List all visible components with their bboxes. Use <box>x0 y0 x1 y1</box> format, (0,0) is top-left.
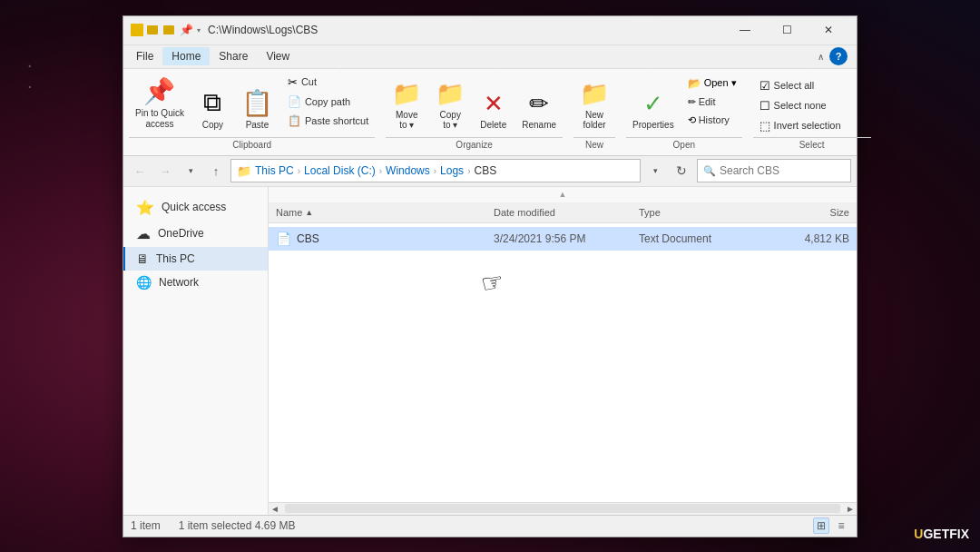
breadcrumb-local-disk[interactable]: Local Disk (C:) <box>304 164 376 177</box>
sidebar-item-network[interactable]: 🌐 Network <box>123 271 268 294</box>
delete-button[interactable]: ✕ Delete <box>473 73 514 134</box>
rename-icon: ✏ <box>529 90 549 118</box>
column-name[interactable]: Name ▲ <box>276 207 494 218</box>
rename-label: Rename <box>522 120 556 130</box>
edit-button[interactable]: ✏ Edit <box>682 94 742 111</box>
copy-path-label: Copy path <box>305 96 350 107</box>
breadcrumb-arrow-2: › <box>379 166 382 176</box>
edit-label: Edit <box>699 96 716 107</box>
new-folder-button[interactable]: 📁 Newfolder <box>573 73 615 134</box>
clipboard-content: 📌 Pin to Quickaccess ⧉ Copy 📋 Paste ✂ Cu… <box>129 73 375 135</box>
sidebar: ⭐ Quick access ☁ OneDrive 🖥 This PC 🌐 Ne… <box>123 187 269 515</box>
sidebar-item-onedrive[interactable]: ☁ OneDrive <box>123 221 268 247</box>
watermark-u: U <box>914 527 923 541</box>
invert-selection-button[interactable]: ⬚ Invert selection <box>753 116 871 135</box>
ribbon-group-open: ✓ Properties 📂 Open ▾ ✏ Edit ⟲ History <box>626 73 742 150</box>
onedrive-label: OneDrive <box>158 227 204 240</box>
forward-button[interactable]: → <box>154 160 176 182</box>
sidebar-item-this-pc[interactable]: 🖥 This PC <box>123 247 268 271</box>
invert-icon: ⬚ <box>760 119 770 133</box>
maximize-button[interactable]: ☐ <box>766 15 808 44</box>
open-button[interactable]: 📂 Open ▾ <box>682 74 742 93</box>
back-button[interactable]: ← <box>129 160 151 182</box>
title-bar: 📌 ▾ C:\Windows\Logs\CBS — ☐ ✕ <box>123 16 857 45</box>
history-button[interactable]: ⟲ History <box>682 112 742 129</box>
breadcrumb-this-pc[interactable]: This PC <box>255 164 294 177</box>
clipboard-label: Clipboard <box>129 137 375 150</box>
breadcrumb-cbs: CBS <box>474 164 496 177</box>
move-to-button[interactable]: 📁 Moveto ▾ <box>386 73 427 134</box>
sort-indicator-row: ▲ <box>269 187 857 203</box>
scrollbar-track[interactable] <box>285 504 840 513</box>
quick-access-label: Quick access <box>162 201 226 213</box>
status-bar: 1 item 1 item selected 4.69 MB ⊞ ≡ <box>123 515 857 537</box>
scroll-right-arrow[interactable]: ► <box>844 504 857 514</box>
new-folder-label: Newfolder <box>583 110 606 130</box>
menu-file[interactable]: File <box>127 47 162 65</box>
pin-icon: 📌 <box>180 24 193 36</box>
paste-shortcut-button[interactable]: 📋 Paste shortcut <box>281 112 375 130</box>
search-input[interactable] <box>720 164 828 177</box>
open-icon-small: 📂 <box>688 77 701 90</box>
rename-button[interactable]: ✏ Rename <box>515 73 563 134</box>
grid-view-button[interactable]: ⊞ <box>813 518 829 534</box>
breadcrumb-bar: 📁 This PC › Local Disk (C:) › Windows › … <box>230 159 641 182</box>
menu-home[interactable]: Home <box>162 47 210 65</box>
close-button[interactable]: ✕ <box>808 15 849 44</box>
help-button[interactable]: ? <box>829 47 848 65</box>
select-none-button[interactable]: ☐ Select none <box>753 96 871 115</box>
minimize-button[interactable]: — <box>724 15 766 44</box>
search-bar[interactable]: 🔍 <box>697 159 851 182</box>
properties-icon: ✓ <box>643 90 663 118</box>
paste-icon-large: 📋 <box>241 88 273 118</box>
file-row-cbs[interactable]: 📄 CBS 3/24/2021 9:56 PM Text Document 4,… <box>269 227 857 251</box>
pin-to-quick-access-button[interactable]: 📌 Pin to Quickaccess <box>129 73 191 134</box>
select-content: ☑ Select all ☐ Select none ⬚ Invert sele… <box>753 73 871 135</box>
column-type[interactable]: Type <box>639 207 748 218</box>
refresh-button[interactable]: ↻ <box>670 159 693 182</box>
recent-locations-button[interactable]: ▾ <box>180 160 201 182</box>
organize-content: 📁 Moveto ▾ 📁 Copyto ▾ ✕ Delete ✏ Rename <box>386 73 563 135</box>
up-button[interactable]: ↑ <box>205 160 227 182</box>
search-icon: 🔍 <box>703 165 716 177</box>
menu-view[interactable]: View <box>257 47 299 65</box>
history-icon: ⟲ <box>688 114 696 126</box>
ribbon-group-clipboard: 📌 Pin to Quickaccess ⧉ Copy 📋 Paste ✂ Cu… <box>129 73 375 150</box>
ribbon-group-organize: 📁 Moveto ▾ 📁 Copyto ▾ ✕ Delete ✏ Rename … <box>386 73 563 150</box>
folder-icon-small2 <box>163 25 174 34</box>
file-name-text: CBS <box>297 232 319 245</box>
column-date[interactable]: Date modified <box>494 207 639 218</box>
new-label: New <box>573 137 615 150</box>
address-bar: ← → ▾ ↑ 📁 This PC › Local Disk (C:) › Wi… <box>123 156 857 187</box>
file-area: ▲ Name ▲ Date modified Type Size 📄 CBS <box>269 187 857 515</box>
copy-label: Copy <box>202 120 223 130</box>
open-label: Open ▾ <box>704 77 737 89</box>
breadcrumb-logs[interactable]: Logs <box>440 164 464 177</box>
list-view-button[interactable]: ≡ <box>833 518 849 534</box>
select-label: Select <box>753 137 871 150</box>
copy-path-icon: 📄 <box>288 95 301 108</box>
copy-path-button[interactable]: 📄 Copy path <box>281 93 375 111</box>
scroll-left-arrow[interactable]: ◄ <box>269 504 281 514</box>
paste-button[interactable]: 📋 Paste <box>235 73 279 134</box>
paste-label: Paste <box>246 120 270 130</box>
edit-icon-small: ✏ <box>688 96 696 108</box>
column-size[interactable]: Size <box>748 207 849 218</box>
menu-share[interactable]: Share <box>210 47 257 65</box>
breadcrumb-windows[interactable]: Windows <box>386 164 430 177</box>
dropdown-button[interactable]: ▾ <box>644 160 666 182</box>
select-all-button[interactable]: ☑ Select all <box>753 76 871 95</box>
down-arrow-icon: ▾ <box>197 26 201 34</box>
chevron-up-icon: ∧ <box>818 52 824 62</box>
copy-button[interactable]: ⧉ Copy <box>192 73 233 134</box>
history-label: History <box>699 114 730 125</box>
breadcrumb-folder-icon: 📁 <box>237 164 251 178</box>
properties-button[interactable]: ✓ Properties <box>626 73 681 134</box>
delete-icon: ✕ <box>484 90 504 118</box>
ribbon-group-new: 📁 Newfolder New <box>573 73 615 150</box>
sidebar-item-quick-access[interactable]: ⭐ Quick access <box>123 194 268 221</box>
ribbon: 📌 Pin to Quickaccess ⧉ Copy 📋 Paste ✂ Cu… <box>123 69 857 156</box>
cut-button[interactable]: ✂ Cut <box>281 73 375 92</box>
copy-to-button[interactable]: 📁 Copyto ▾ <box>429 73 471 134</box>
network-icon: 🌐 <box>136 275 152 290</box>
